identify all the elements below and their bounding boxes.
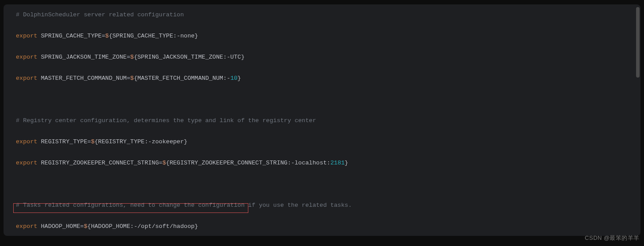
brace-expression: {REGISTRY_ZOOKEEPER_CONNECT_STRING:-loca…: [166, 160, 330, 166]
dollar-sign: $: [84, 223, 87, 230]
keyword-export: export: [16, 75, 37, 82]
watermark: CSDN @最笨的羊羊: [585, 233, 640, 243]
brace-expression: {HADOOP_HOME:-/opt/soft/hadoop}: [87, 223, 198, 230]
brace-expression: {SPRING_JACKSON_TIME_ZONE:-UTC}: [134, 54, 244, 60]
blank-line[interactable]: [9, 94, 635, 105]
brace-expression: {MASTER_FETCH_COMMAND_NUM:-: [134, 75, 230, 82]
number-literal: 2181: [330, 160, 344, 166]
number-literal: 10: [230, 75, 237, 82]
code-editor[interactable]: # DolphinScheduler server related config…: [4, 4, 640, 236]
code-line[interactable]: export SPRING_CACHE_TYPE=${SPRING_CACHE_…: [9, 31, 635, 41]
variable-name: MASTER_FETCH_COMMAND_NUM: [41, 75, 127, 82]
code-line[interactable]: export REGISTRY_ZOOKEEPER_CONNECT_STRING…: [9, 158, 635, 168]
code-line[interactable]: export HADOOP_HOME=${HADOOP_HOME:-/opt/s…: [9, 221, 635, 232]
brace-expression: {REGISTRY_TYPE:-zookeeper}: [94, 138, 187, 145]
keyword-export: export: [16, 33, 37, 39]
variable-name: SPRING_JACKSON_TIME_ZONE: [41, 54, 127, 60]
blank-line[interactable]: [9, 179, 635, 190]
variable-name: REGISTRY_ZOOKEEPER_CONNECT_STRING: [41, 160, 159, 166]
variable-name: SPRING_CACHE_TYPE: [41, 33, 102, 39]
dollar-sign: $: [105, 33, 109, 39]
comment: # Registry center configuration, determi…: [16, 117, 316, 124]
brace-expression: {SPRING_CACHE_TYPE:-none}: [109, 33, 198, 39]
keyword-export: export: [16, 54, 37, 60]
scrollbar-thumb[interactable]: [636, 7, 640, 78]
code-line[interactable]: # Registry center configuration, determi…: [9, 116, 635, 126]
variable-name: REGISTRY_TYPE: [41, 138, 87, 145]
code-line[interactable]: export SPRING_JACKSON_TIME_ZONE=${SPRING…: [9, 52, 635, 63]
vertical-scrollbar[interactable]: [635, 7, 640, 232]
comment: # Tasks related configurations, need to …: [16, 202, 352, 209]
code-line[interactable]: export MASTER_FETCH_COMMAND_NUM=${MASTER…: [9, 73, 635, 84]
comment: # DolphinScheduler server related config…: [16, 11, 184, 18]
code-line[interactable]: # Tasks related configurations, need to …: [9, 200, 635, 211]
keyword-export: export: [16, 138, 37, 145]
keyword-export: export: [16, 223, 37, 230]
code-line[interactable]: export REGISTRY_TYPE=${REGISTRY_TYPE:-zo…: [9, 137, 635, 147]
variable-name: HADOOP_HOME: [41, 223, 80, 230]
keyword-export: export: [16, 160, 37, 166]
code-line[interactable]: # DolphinScheduler server related config…: [9, 10, 635, 20]
